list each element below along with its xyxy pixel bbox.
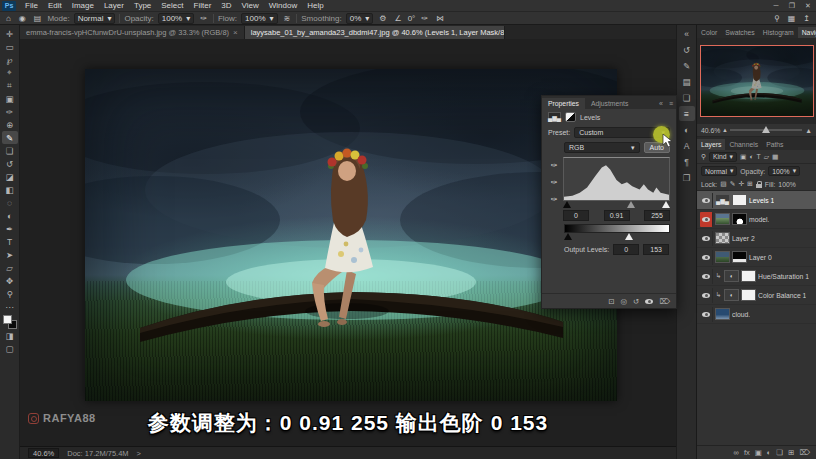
filter-shape-icon[interactable]: ▱ [764,153,769,161]
layer-row-layer0[interactable]: Layer 0 [697,248,816,267]
output-highlight-field[interactable]: 153 [643,244,669,255]
levels-adjustment-thumbnail[interactable]: ▄▆▄ [715,194,730,206]
visibility-toggle[interactable] [700,269,713,284]
layer-mask-thumbnail[interactable] [732,194,747,206]
zoom-tool[interactable]: ⚲ [2,287,18,300]
menu-view[interactable]: View [237,1,264,10]
tab-histogram[interactable]: Histogram [759,27,798,38]
filter-pixel-icon[interactable]: ▣ [740,153,746,161]
output-highlight-slider[interactable] [625,233,633,240]
layer-thumbnail[interactable] [715,308,730,320]
adjustment-thumbnail[interactable]: ◐ [724,289,739,301]
zoom-level-field[interactable]: 40.6% [28,448,59,458]
menu-filter[interactable]: Filter [189,1,217,10]
restore-button[interactable]: ❐ [784,2,800,10]
foreground-color[interactable] [3,315,12,324]
view-previous-state-icon[interactable]: ◎ [621,297,628,306]
document-tab-inactive[interactable]: emma-francis-vpHCfunwDrU-unsplash.jpg @ … [20,26,245,39]
close-tab-icon[interactable]: × [233,28,238,37]
close-button[interactable]: ✕ [800,2,816,10]
edit-toolbar-icon[interactable]: ⋯ [2,300,18,313]
visibility-toggle[interactable] [700,288,713,303]
screen-mode-button[interactable]: ▢ [2,342,18,355]
layer-thumbnail[interactable] [715,213,730,225]
fill-value[interactable]: 100% [778,181,795,188]
layer-row-colorbalance[interactable]: ↳ ◐ Color Balance 1 [697,286,816,305]
zoom-in-mini-icon[interactable]: ▲ [805,127,812,134]
highlight-input-slider[interactable] [662,201,670,208]
output-shadow-slider[interactable] [564,233,572,240]
menu-window[interactable]: Window [264,1,302,10]
document-canvas[interactable] [85,69,617,401]
layer-style-fx-icon[interactable]: fx [744,448,750,457]
clip-to-layer-icon[interactable]: ⊡ [608,297,614,306]
toggle-brush-panel-icon[interactable]: ▤ [32,14,44,23]
new-group-icon[interactable]: ❏ [776,448,783,457]
brush-settings-panel-icon[interactable]: ✎ [679,58,695,73]
opacity-select[interactable]: 100%▾ [158,13,194,24]
layer-name[interactable]: model. [749,216,769,223]
flow-select[interactable]: 100%▾ [241,13,277,24]
quick-selection-tool[interactable]: ⌖ [2,66,18,79]
history-brush-tool[interactable]: ↺ [2,157,18,170]
tool-presets-panel-icon[interactable]: ▤ [679,74,695,89]
adjustment-thumbnail[interactable]: ◐ [724,270,739,282]
menu-edit[interactable]: Edit [43,1,67,10]
layer-name[interactable]: Levels 1 [749,197,774,204]
layer-mask-thumbnail[interactable] [741,289,756,301]
layer-name[interactable]: cloud. [732,311,750,318]
white-point-eyedropper-icon[interactable]: ✑ [551,195,558,204]
menu-layer[interactable]: Layer [99,1,129,10]
gradient-tool[interactable]: ◧ [2,183,18,196]
spot-healing-tool[interactable]: ⊕ [2,118,18,131]
new-layer-icon[interactable]: ⊞ [788,448,794,457]
quick-mask-button[interactable]: ◨ [2,329,18,342]
delete-layer-icon[interactable]: ⌦ [799,448,810,457]
visibility-toggle[interactable] [700,307,713,322]
eyedropper-tool[interactable]: ✑ [2,105,18,118]
toggle-visibility-icon[interactable] [645,299,653,304]
delete-adjustment-icon[interactable]: ⌦ [659,297,670,306]
layer-row-cloud[interactable]: cloud. [697,305,816,324]
filter-search-icon[interactable]: ⚲ [701,153,706,161]
menu-image[interactable]: Image [67,1,99,10]
libraries-panel-icon[interactable]: ❐ [679,170,695,185]
dodge-tool[interactable]: ◐ [2,209,18,222]
channel-select[interactable]: RGB ▾ [564,142,640,153]
workspace-layout-icon[interactable]: ▦ [786,14,798,23]
brush-angle-value[interactable]: 0° [408,14,416,23]
airbrush-icon[interactable]: ≋ [282,14,293,23]
shadow-input-field[interactable]: 0 [563,210,589,221]
visibility-toggle-highlighted[interactable] [700,212,713,227]
layer-row-huesaturation[interactable]: ↳ ◐ Hue/Saturation 1 [697,267,816,286]
gray-point-eyedropper-icon[interactable]: ✑ [551,178,558,187]
adjustments-panel-icon[interactable]: ◐ [679,122,695,137]
visibility-toggle[interactable] [700,193,713,208]
midtone-input-field[interactable]: 0.91 [604,210,630,221]
panel-menu-icon[interactable]: ≡ [666,100,676,109]
clone-stamp-tool[interactable]: ❏ [2,144,18,157]
layer-mask-thumbnail[interactable] [741,270,756,282]
tab-adjustments[interactable]: Adjustments [585,98,634,109]
black-point-eyedropper-icon[interactable]: ✑ [551,161,558,170]
collapse-panel-icon[interactable]: « [656,100,666,109]
menu-select[interactable]: Select [156,1,188,10]
tab-paths[interactable]: Paths [762,139,787,150]
layer-name[interactable]: Layer 2 [732,235,755,242]
navigator-zoom-value[interactable]: 40.6% [701,127,720,134]
status-arrow-icon[interactable]: > [137,449,141,458]
crop-tool[interactable]: ⌗ [2,79,18,92]
lasso-tool[interactable]: ℘ [2,53,18,66]
add-mask-icon[interactable]: ▣ [755,448,762,457]
hand-tool[interactable]: ✥ [2,274,18,287]
layer-row-model[interactable]: model. [697,210,816,229]
layer-row-layer2[interactable]: Layer 2 [697,229,816,248]
collapse-dock-icon[interactable]: « [679,26,695,41]
pen-pressure-size-icon[interactable]: ✑ [419,14,430,23]
kind-filter-select[interactable]: Kind▾ [709,152,737,162]
lock-pixels-icon[interactable]: ✎ [730,180,736,188]
tab-swatches[interactable]: Swatches [721,27,758,38]
tab-navigator[interactable]: Navigator [798,27,816,38]
symmetry-icon[interactable]: ⋈ [434,14,446,23]
path-selection-tool[interactable]: ➤ [2,248,18,261]
